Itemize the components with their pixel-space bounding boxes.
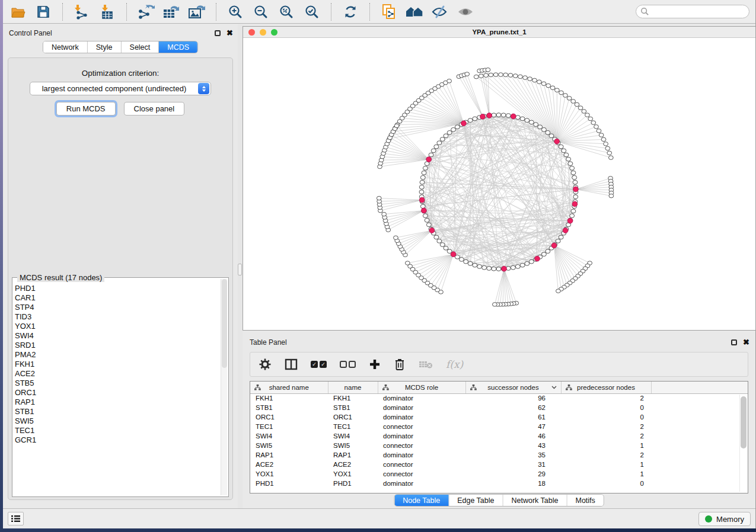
panel-list-button[interactable]: [8, 512, 24, 525]
table-cell: connector: [378, 441, 465, 450]
mcds-result-item[interactable]: YOX1: [15, 322, 220, 331]
table-row[interactable]: YOX1YOX1connector291: [250, 469, 748, 479]
tab-edge-table[interactable]: Edge Table: [449, 495, 503, 506]
export-table-icon[interactable]: [162, 4, 180, 20]
table-cell: STB1: [250, 403, 328, 412]
mcds-result-item[interactable]: PHD1: [15, 284, 220, 293]
table-cell: dominator: [378, 479, 465, 488]
list-icon: [11, 515, 20, 523]
column-predecessor-nodes[interactable]: predecessor nodes: [561, 382, 651, 393]
mcds-result-item[interactable]: STP4: [15, 303, 220, 312]
import-table-icon[interactable]: [98, 4, 116, 20]
open-file-icon[interactable]: [9, 4, 27, 20]
table-cell: 61: [465, 412, 561, 422]
table-cell: connector: [378, 422, 465, 431]
float-table-panel-icon[interactable]: [731, 339, 737, 345]
mcds-result-item[interactable]: ORC1: [15, 388, 220, 398]
column-successor-nodes[interactable]: successor nodes: [465, 382, 561, 393]
close-panel-button[interactable]: Close panel: [124, 102, 185, 116]
table-row[interactable]: ORC1ORC1dominator610: [250, 412, 748, 422]
table-cell: YOX1: [328, 469, 378, 479]
split-grabber[interactable]: [238, 264, 242, 275]
mcds-result-item[interactable]: ACE2: [15, 369, 220, 379]
delete-table-icon[interactable]: [419, 360, 433, 369]
table-cell: [651, 431, 748, 441]
column-name[interactable]: name: [328, 382, 378, 393]
mcds-result-item[interactable]: GCR1: [15, 435, 220, 445]
tab-mcds[interactable]: MCDS: [159, 41, 197, 53]
home-icon[interactable]: [406, 4, 423, 20]
network-canvas[interactable]: [243, 38, 755, 330]
table-row[interactable]: FKH1FKH1dominator962: [250, 393, 748, 403]
mcds-result-item[interactable]: CAR1: [15, 293, 220, 303]
run-mcds-button[interactable]: Run MCDS: [56, 102, 116, 116]
table-cell: 0: [561, 412, 651, 422]
gear-icon[interactable]: [259, 358, 272, 371]
column-shared-name[interactable]: shared name: [250, 382, 328, 393]
copy-network-icon[interactable]: [380, 4, 398, 20]
hide-detail-icon[interactable]: [431, 4, 449, 20]
mcds-result-item[interactable]: FKH1: [15, 360, 220, 369]
table-row[interactable]: PHD1PHD1dominator180: [250, 479, 748, 488]
table-row[interactable]: SWI5SWI5connector431: [250, 441, 748, 450]
table-cell: 0: [561, 479, 651, 488]
table-scrollbar[interactable]: [739, 395, 747, 492]
mcds-result-item[interactable]: STB1: [15, 407, 220, 416]
mcds-result-item[interactable]: SWI4: [15, 331, 220, 341]
table-row[interactable]: TEC1TEC1connector472: [250, 422, 748, 431]
split-divider[interactable]: [238, 24, 243, 508]
table-row[interactable]: STB1STB1dominator620: [250, 403, 748, 412]
add-column-icon[interactable]: [369, 358, 381, 370]
table-cell: FKH1: [328, 393, 378, 403]
table-cell: connector: [378, 469, 465, 479]
main-toolbar: [3, 0, 755, 24]
tab-motifs[interactable]: Motifs: [567, 495, 603, 506]
tab-node-table[interactable]: Node Table: [394, 495, 449, 506]
network-window-titlebar[interactable]: YPA_prune.txt_1: [243, 27, 755, 38]
columns-icon[interactable]: [285, 358, 298, 370]
deselect-all-icon[interactable]: [340, 361, 356, 368]
select-all-icon[interactable]: ✓✓: [311, 361, 327, 368]
zoom-fit-icon[interactable]: [277, 4, 295, 20]
table-cell: TEC1: [250, 422, 328, 431]
table-row[interactable]: RAP1RAP1dominator352: [250, 450, 748, 460]
mcds-result-item[interactable]: TEC1: [15, 426, 220, 435]
mcds-result-item[interactable]: PMA2: [15, 350, 220, 360]
tab-select[interactable]: Select: [122, 41, 160, 53]
table-cell: SWI4: [250, 431, 328, 441]
tab-style[interactable]: Style: [88, 41, 122, 53]
tab-network[interactable]: Network: [43, 41, 88, 53]
export-image-icon[interactable]: [188, 4, 206, 20]
toolbar-separator: [216, 3, 216, 21]
mcds-result-item[interactable]: SWI5: [15, 416, 220, 426]
toolbar-separator: [369, 3, 370, 21]
zoom-selected-icon[interactable]: [303, 4, 321, 20]
mcds-result-scrollbar[interactable]: [221, 279, 227, 495]
float-panel-icon[interactable]: [215, 30, 221, 36]
close-table-panel-icon[interactable]: ✖: [743, 339, 749, 345]
delete-icon[interactable]: [394, 358, 406, 371]
zoom-in-icon[interactable]: [227, 4, 244, 20]
table-cell: 29: [465, 469, 561, 479]
column-mcds-role[interactable]: MCDS role: [378, 382, 465, 393]
refresh-icon[interactable]: [342, 4, 359, 20]
mcds-result-item[interactable]: RAP1: [15, 398, 220, 407]
table-row[interactable]: SWI4SWI4dominator462: [250, 431, 748, 441]
table-cell: PHD1: [328, 479, 378, 488]
table-row[interactable]: ACE2ACE2connector311: [250, 460, 748, 469]
zoom-out-icon[interactable]: [252, 4, 270, 20]
criterion-dropdown[interactable]: largest connected component (undirected): [30, 82, 211, 95]
mcds-result-box: MCDS result (17 nodes) PHD1CAR1STP4TID3Y…: [12, 277, 229, 497]
memory-button[interactable]: Memory: [698, 512, 751, 526]
mcds-result-item[interactable]: STB5: [15, 379, 220, 388]
save-icon[interactable]: [34, 4, 52, 20]
close-panel-icon[interactable]: ✖: [227, 30, 233, 36]
show-detail-icon[interactable]: [457, 4, 474, 20]
export-network-icon[interactable]: [137, 4, 155, 20]
mcds-result-item[interactable]: TID3: [15, 312, 220, 322]
import-network-icon[interactable]: [73, 4, 91, 20]
search-input[interactable]: [636, 5, 749, 18]
tab-network-table[interactable]: Network Table: [503, 495, 567, 506]
function-icon[interactable]: f(x): [446, 358, 463, 370]
mcds-result-item[interactable]: SRD1: [15, 341, 220, 350]
